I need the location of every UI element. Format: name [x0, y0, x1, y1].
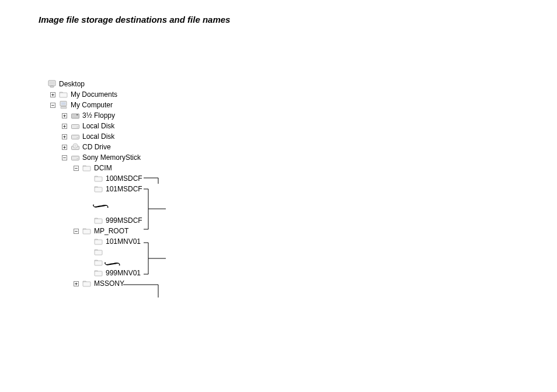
tree-row-dcim[interactable]: − DCIM — [39, 163, 142, 173]
tree-label: MP_ROOT — [94, 226, 128, 236]
svg-rect-9 — [72, 125, 79, 129]
folder-icon — [82, 279, 92, 288]
expand-toggle[interactable]: + — [62, 124, 67, 129]
svg-rect-18 — [83, 166, 90, 171]
tree-row-999mnv01[interactable]: 999MNV01 — [39, 268, 142, 278]
expand-toggle[interactable]: + — [50, 92, 55, 97]
tree-label: Sony MemoryStick — [82, 152, 141, 163]
tree-row-cd[interactable]: + CD Drive — [39, 142, 142, 152]
svg-rect-8 — [76, 114, 78, 116]
svg-rect-12 — [77, 138, 78, 138]
tree-label: 100MSDCF — [106, 173, 142, 184]
svg-rect-26 — [95, 271, 102, 276]
tree-label: MSSONY — [94, 278, 124, 289]
tree-row-101msdcf[interactable]: 101MSDCF — [39, 184, 142, 194]
tree-row-mproot[interactable]: − MP_ROOT — [39, 226, 142, 236]
tree-row-sony[interactable]: − Sony MemoryStick — [39, 152, 142, 163]
svg-rect-25 — [95, 261, 102, 265]
tree-row-floppy[interactable]: + 3½ Floppy — [39, 110, 142, 121]
svg-rect-17 — [77, 159, 78, 159]
svg-rect-3 — [60, 93, 67, 97]
tree-label: 101MSDCF — [106, 184, 142, 194]
page-title: Image file storage destinations and file… — [39, 15, 230, 24]
folder-icon — [94, 258, 103, 267]
floppy-icon — [71, 111, 80, 120]
tree-ellipsis: ∫ — [39, 257, 142, 268]
expand-toggle[interactable]: + — [62, 134, 67, 139]
tree-row-mydocs[interactable]: + My Documents — [39, 89, 142, 100]
cd-icon — [71, 142, 80, 152]
tree-label: 999MSDCF — [106, 215, 142, 226]
folder-icon — [82, 163, 92, 173]
collapse-toggle[interactable]: − — [50, 103, 55, 108]
folder-icon — [94, 247, 103, 257]
tree-row-local1[interactable]: + Local Disk — [39, 121, 142, 131]
tree-label: Local Disk — [82, 131, 114, 142]
drive-icon — [71, 153, 80, 162]
svg-rect-2 — [50, 86, 54, 88]
svg-rect-20 — [95, 187, 102, 192]
tree-label: My Documents — [71, 89, 117, 100]
tree-label: Desktop — [59, 79, 85, 89]
tree-row-mssony[interactable]: + MSSONY — [39, 278, 142, 289]
tree-row-999msdcf[interactable]: 999MSDCF — [39, 215, 142, 226]
expand-toggle[interactable]: + — [62, 113, 67, 118]
tree-row-blank[interactable] — [39, 247, 142, 257]
tree-label: 999MNV01 — [106, 268, 141, 278]
tree-row-100msdcf[interactable]: 100MSDCF — [39, 173, 142, 184]
computer-icon — [59, 100, 68, 110]
folder-icon — [82, 226, 92, 236]
desktop-icon — [47, 79, 57, 89]
folder-icon — [94, 268, 103, 278]
folder-icon — [94, 216, 103, 225]
svg-rect-22 — [83, 229, 90, 234]
folder-icon — [94, 174, 103, 183]
svg-rect-16 — [72, 156, 79, 160]
folder-icon — [59, 90, 68, 99]
svg-rect-24 — [95, 250, 102, 255]
folder-tree: Desktop + My Documents − My Computer + 3… — [39, 79, 142, 289]
svg-rect-5 — [61, 102, 66, 105]
tree-row-local2[interactable]: + Local Disk — [39, 131, 142, 142]
collapse-toggle[interactable]: − — [74, 229, 79, 234]
tree-label: CD Drive — [82, 142, 111, 152]
svg-rect-23 — [95, 240, 102, 244]
svg-rect-1 — [50, 82, 55, 85]
svg-rect-27 — [83, 282, 90, 286]
tree-label: 3½ Floppy — [82, 110, 115, 121]
tree-ellipsis: ∫ — [39, 194, 142, 215]
svg-rect-10 — [77, 127, 78, 128]
collapse-toggle[interactable]: − — [74, 166, 79, 171]
tree-row-101mnv01[interactable]: 101MNV01 — [39, 236, 142, 247]
tree-label: DCIM — [94, 163, 112, 173]
tree-row-mycomp[interactable]: − My Computer — [39, 100, 142, 110]
svg-rect-21 — [95, 219, 102, 223]
drive-icon — [71, 121, 80, 131]
tree-label: Local Disk — [82, 121, 114, 131]
svg-rect-11 — [72, 135, 79, 139]
expand-toggle[interactable]: + — [74, 281, 79, 286]
folder-icon — [94, 237, 103, 246]
tree-label: My Computer — [71, 100, 113, 110]
expand-toggle[interactable]: + — [62, 145, 67, 150]
svg-rect-6 — [61, 107, 67, 109]
svg-rect-7 — [72, 114, 79, 118]
tree-row-desktop[interactable]: Desktop — [39, 79, 142, 89]
tree-label: 101MNV01 — [106, 236, 141, 247]
folder-icon — [94, 184, 103, 194]
svg-point-15 — [75, 145, 76, 146]
svg-rect-19 — [95, 177, 102, 181]
drive-icon — [71, 132, 80, 141]
collapse-toggle[interactable]: − — [62, 155, 67, 160]
